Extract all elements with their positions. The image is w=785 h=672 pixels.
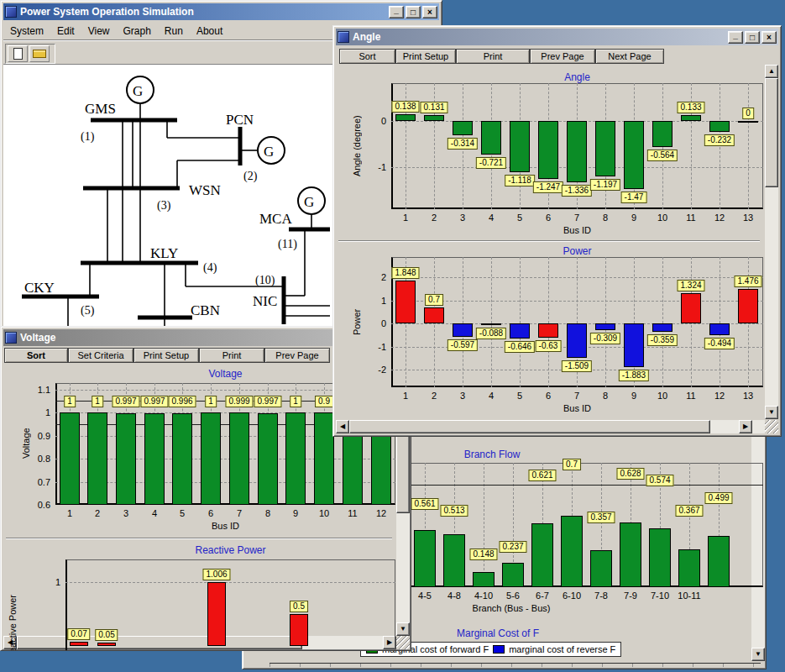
- scroll-right-button[interactable]: ▶: [739, 420, 752, 433]
- diagram-label: CBN: [191, 302, 220, 318]
- y-tick-label: 0: [358, 318, 386, 328]
- value-label: -0.646: [505, 341, 535, 353]
- x-tick-label: 10: [319, 508, 329, 518]
- scrollbar-thumb[interactable]: [349, 420, 710, 433]
- main-titlebar[interactable]: Power System Operation Simulation _□×: [3, 3, 439, 20]
- value-label: -1.197: [590, 179, 620, 191]
- x-tick-label: 4-5: [418, 591, 432, 601]
- toolbar-button-sort[interactable]: Sort: [4, 348, 68, 363]
- bar-4: [481, 323, 501, 325]
- maximize-button[interactable]: □: [406, 6, 421, 18]
- bar-1: [60, 412, 80, 505]
- resize-grip[interactable]: [765, 420, 778, 433]
- x-axis-title: Bus ID: [563, 403, 591, 413]
- generator-label: G: [264, 144, 274, 160]
- toolbar-button-print[interactable]: Print: [456, 49, 530, 64]
- app-icon: [338, 31, 349, 43]
- y-axis-title: Reactive Power: [8, 564, 18, 651]
- chart-title: Power: [502, 245, 653, 257]
- angle-titlebar[interactable]: Angle _□×: [336, 29, 778, 45]
- y-tick-label: 2: [358, 272, 386, 282]
- new-document-icon: [13, 48, 23, 60]
- maximize-button[interactable]: □: [745, 31, 760, 44]
- value-label: 0.5: [290, 601, 308, 612]
- x-tick-label: 8: [603, 391, 608, 401]
- gridline: [484, 463, 484, 587]
- resize-grip[interactable]: [396, 636, 410, 649]
- bar-2: [97, 643, 116, 646]
- x-tick-label: 2: [432, 391, 437, 401]
- value-label: -1.509: [562, 360, 592, 372]
- x-tick-label: 11: [686, 213, 695, 223]
- toolbar-button-print-setup[interactable]: Print Setup: [395, 49, 456, 64]
- bar-13: [738, 121, 758, 123]
- new-document-button[interactable]: [8, 45, 28, 62]
- minimize-button[interactable]: _: [728, 31, 743, 44]
- close-button[interactable]: ×: [761, 31, 777, 44]
- y-axis-title: Angle (degree): [352, 83, 362, 209]
- gridline: [391, 301, 763, 302]
- app-icon: [5, 332, 17, 344]
- bar-2: [424, 307, 444, 323]
- open-file-button[interactable]: [29, 45, 50, 62]
- bar-7: [229, 412, 249, 505]
- angle-window: Angle _□× ▲ ▼ ◀ ▶ SortPrint SetupPrintPr…: [332, 25, 782, 437]
- toolbar-button-print[interactable]: Print: [199, 348, 264, 363]
- x-tick-label: 7: [574, 213, 579, 223]
- bar-6: [538, 121, 558, 179]
- window-title: Voltage: [20, 332, 55, 344]
- diagram-label: KLY: [150, 245, 178, 261]
- bar-12: [709, 323, 730, 335]
- x-tick-label: 12: [714, 213, 725, 223]
- x-tick-label: 12: [376, 508, 386, 518]
- toolbar-button-prev-page[interactable]: Prev Page: [264, 348, 330, 363]
- angle-vscrollbar[interactable]: ▲ ▼: [765, 65, 778, 419]
- scroll-down-button[interactable]: ▼: [396, 622, 410, 636]
- y-tick-label: -2: [358, 365, 386, 375]
- bar-9: [649, 528, 671, 587]
- y-axis-title: Power: [352, 259, 362, 385]
- value-label: 1: [92, 396, 103, 407]
- bar-4: [502, 563, 524, 587]
- menu-item-edit[interactable]: Edit: [50, 24, 81, 39]
- toolbar-button-print-setup[interactable]: Print Setup: [133, 348, 199, 363]
- x-tick-label: 13: [743, 213, 753, 223]
- value-label: -1.118: [505, 175, 535, 186]
- toolbar-button-sort[interactable]: Sort: [339, 49, 395, 64]
- toolbar-button-set-criteria[interactable]: Set Criteria: [68, 348, 133, 363]
- x-tick-label: 11: [686, 391, 695, 401]
- menu-item-graph[interactable]: Graph: [117, 24, 158, 39]
- bar-10: [314, 412, 334, 505]
- value-label: 0.621: [528, 470, 556, 481]
- angle-hscrollbar[interactable]: ◀ ▶: [336, 420, 765, 433]
- bar-10: [652, 323, 672, 332]
- chart-title: Branch Flow: [416, 449, 568, 460]
- minimize-button[interactable]: _: [389, 6, 404, 18]
- scroll-up-button[interactable]: ▲: [765, 65, 778, 78]
- value-label: -1.247: [533, 181, 563, 193]
- toolbar-button-prev-page[interactable]: Prev Page: [530, 49, 595, 64]
- bar-4: [481, 121, 501, 155]
- x-tick-label: 7-8: [594, 591, 608, 601]
- x-tick-label: 5: [517, 391, 522, 401]
- menu-item-run[interactable]: Run: [158, 24, 190, 39]
- toolbar-button-next-page[interactable]: Next Page: [595, 49, 664, 64]
- bar-12: [709, 121, 730, 132]
- value-label: 0.997: [140, 396, 168, 407]
- scrollbar-thumb[interactable]: [765, 78, 778, 187]
- menu-item-view[interactable]: View: [81, 24, 117, 39]
- scroll-down-button[interactable]: ▼: [751, 648, 765, 661]
- x-tick-label: 7-9: [624, 591, 637, 601]
- marginal-cost-title: Marginal Cost of F: [422, 627, 573, 639]
- value-label: 1.006: [202, 569, 230, 580]
- value-label: -0.309: [590, 333, 620, 344]
- bar-11: [708, 536, 730, 587]
- menu-item-system[interactable]: System: [3, 24, 50, 39]
- close-button[interactable]: ×: [422, 6, 437, 18]
- scroll-down-button[interactable]: ▼: [765, 406, 778, 419]
- scroll-left-button[interactable]: ◀: [336, 420, 349, 433]
- x-tick-label: 4: [152, 508, 157, 518]
- y-tick-label: 1: [358, 296, 386, 306]
- menu-item-about[interactable]: About: [190, 24, 229, 39]
- x-tick-label: 3: [460, 213, 465, 223]
